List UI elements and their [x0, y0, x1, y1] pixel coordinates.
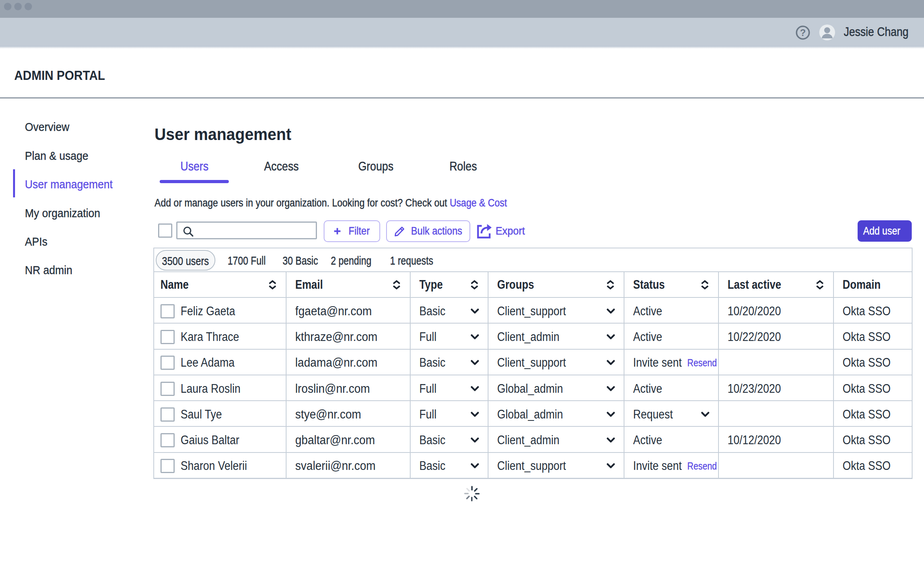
svg-text:?: ?: [800, 27, 806, 38]
